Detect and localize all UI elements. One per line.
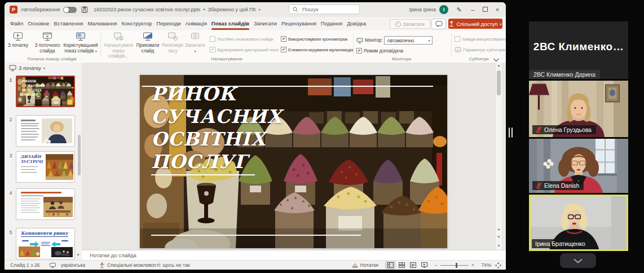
custom-slideshow-button[interactable]: Користувацький показ слайдів ▾: [63, 32, 98, 54]
thumb-number: 4: [8, 190, 14, 196]
tab-draw[interactable]: Малювання: [86, 17, 120, 30]
tab-insert[interactable]: Вставлення: [52, 17, 86, 30]
close-button[interactable]: ×: [491, 2, 504, 17]
hide-slide-button[interactable]: Приховати слайд: [135, 32, 160, 54]
powerpoint-logo-icon: P: [10, 6, 17, 14]
participant-name-label: Ірина Братищенко: [532, 239, 590, 248]
setup-slideshow-button[interactable]: Налаштувати показ слайдів...: [103, 32, 134, 59]
avatar[interactable]: І: [439, 5, 448, 14]
share-button[interactable]: Спільний доступ ▾: [448, 19, 502, 29]
title-bar: P Автозбереження 16032023 ринок сучасних…: [5, 2, 506, 17]
slide-canvas[interactable]: РИНОК СУЧАСНИХ ОСВІТНІХ ПОСЛУГ: [140, 75, 447, 248]
search-input[interactable]: [301, 6, 354, 13]
save-icon[interactable]: [81, 6, 88, 13]
notes-pane[interactable]: Нотатки до слайда: [82, 250, 506, 260]
tab-help[interactable]: Довідка: [345, 17, 368, 30]
slide-sorter-view-button[interactable]: [396, 261, 407, 269]
thumb-number: 1: [8, 77, 14, 83]
language-indicator[interactable]: українська: [61, 262, 85, 269]
participant-name-label: Олена Груздьова: [532, 125, 596, 134]
collapse-videos-button[interactable]: [560, 253, 596, 268]
checkbox-play-narrations[interactable]: ✔ Відтворювати дикторський текст: [210, 47, 279, 52]
from-current-slide-button[interactable]: З поточного слайда: [32, 32, 63, 54]
notes-toggle-button[interactable]: Нотатки: [352, 262, 378, 269]
zoom-slider-thumb[interactable]: [456, 263, 457, 268]
display-settings-icon[interactable]: [50, 263, 56, 268]
slide-thumbnail-3[interactable]: ДИЗАЙН ЗУСТРІЧІ: [16, 151, 75, 183]
slide-title[interactable]: РИНОК СУЧАСНИХ ОСВІТНІХ ПОСЛУГ: [151, 83, 282, 173]
thumbnail-scrollbar[interactable]: [78, 135, 81, 175]
record-button[interactable]: Записати: [390, 19, 430, 29]
scroll-up-icon[interactable]: ▲: [496, 64, 502, 67]
thumb-number: 3: [8, 153, 14, 158]
chevron-down-icon: ▾: [428, 38, 430, 42]
monitor-dropdown[interactable]: Автоматично▾: [384, 36, 433, 45]
tab-record[interactable]: Записати: [252, 17, 279, 30]
quick-from-start-button[interactable]: З початку ▾: [9, 65, 45, 71]
participant-headline: 2ВС Клименко…: [529, 41, 628, 53]
checkbox-always-subtitles[interactable]: Завжди використовувати субтитри: [455, 36, 506, 42]
participant-tile-3[interactable]: Elena Danish: [529, 139, 628, 193]
checkbox-presenter-view[interactable]: ✔ Режим доповідача: [356, 48, 403, 54]
arrow-left-icon: [51, 241, 60, 247]
scroll-down-icon[interactable]: ▼: [496, 244, 502, 248]
next-slide-button[interactable]: ▼: [496, 235, 502, 239]
pen-icon[interactable]: ✎: [453, 2, 465, 17]
comments-button[interactable]: [431, 19, 446, 29]
from-start-button[interactable]: З початку: [6, 32, 30, 49]
custom-slideshow-icon: [63, 32, 98, 42]
zoom-in-button[interactable]: +: [471, 262, 474, 269]
document-title[interactable]: 16032023 ринок сучасних освітніх послуг.…: [94, 2, 261, 17]
group-label-monitors: Монітори: [354, 56, 449, 61]
slideshow-view-button[interactable]: [419, 261, 429, 269]
status-bar: Слайд 1 з 26 українська Спеціальні можли…: [5, 260, 506, 270]
mic-muted-icon: [536, 126, 542, 133]
slide-thumbnail-1[interactable]: РИНОКСУЧАСНИХ ОСВІТНІХПОСЛУГ: [16, 76, 75, 107]
zoom-level[interactable]: 74%: [481, 262, 491, 269]
scrollbar-thumb[interactable]: [497, 71, 501, 95]
slide-thumbnail-4[interactable]: [16, 188, 75, 220]
checkbox-use-timings[interactable]: ✔ Використовувати хронометраж: [281, 36, 347, 42]
tab-review[interactable]: Рецензування: [279, 17, 319, 30]
search-box[interactable]: [289, 5, 360, 14]
participant-tile-1[interactable]: 2ВС Клименко… 2ВС Клименко Дарина: [529, 21, 628, 79]
record-icon: [395, 21, 401, 27]
tab-design[interactable]: Конструктор: [119, 17, 154, 30]
group-label-setup: Налаштування: [103, 56, 351, 61]
previous-slide-button[interactable]: ▲: [496, 227, 502, 231]
participant-tile-4-active-speaker[interactable]: Ірина Братищенко: [529, 195, 628, 251]
record-slideshow-button[interactable]: Записати ▾: [185, 32, 205, 54]
monitor-label: Монітор:: [365, 38, 382, 43]
normal-view-button[interactable]: [385, 261, 395, 269]
thumb2-photo: [42, 118, 72, 143]
tab-transitions[interactable]: Переходи: [155, 17, 183, 30]
checkbox-media-controls[interactable]: ✔ Елементи керування мультимедіа: [281, 47, 353, 52]
active-tab-underline: [211, 28, 249, 30]
tab-file[interactable]: Файл: [8, 17, 25, 30]
tab-animations[interactable]: Анімація: [183, 17, 209, 30]
zoom-out-button[interactable]: −: [434, 262, 437, 269]
video-call-panel: 2ВС Клименко… 2ВС Клименко Дарина Олена …: [506, 0, 644, 273]
comment-icon: [435, 21, 443, 28]
autosave-toggle[interactable]: [63, 7, 77, 13]
slide-thumbnail-5[interactable]: Компоненти ринку: [16, 228, 75, 259]
user-name: Ірина Ірина: [409, 2, 436, 17]
rehearse-timings-button[interactable]: Репетиція часу: [161, 32, 184, 54]
restore-button[interactable]: [479, 2, 491, 17]
zoom-slider-track[interactable]: [440, 265, 469, 266]
participant-tile-2[interactable]: Олена Груздьова: [529, 81, 628, 137]
menu-bar: Файл Основне Вставлення Малювання Констр…: [5, 17, 506, 30]
tab-view[interactable]: Подання: [319, 17, 345, 30]
tab-slideshow[interactable]: Показ слайдів: [209, 17, 252, 30]
scroll-down-icon[interactable]: ▼: [75, 253, 81, 257]
reading-view-button[interactable]: [408, 261, 418, 269]
checkbox-keep-slides-updated[interactable]: Постійно оновлювати слайди: [210, 36, 273, 42]
panel-resize-handle[interactable]: [509, 127, 513, 138]
tab-home[interactable]: Основне: [25, 17, 51, 30]
slide-thumbnail-2[interactable]: [16, 115, 75, 147]
subtitle-settings-button[interactable]: Параметри субтитрів ▾: [455, 47, 506, 52]
accessibility-status[interactable]: Спеціальні можливості: щось не так: [107, 262, 190, 269]
minimize-button[interactable]: –: [466, 2, 479, 17]
editor-scrollbar[interactable]: ▲ ▲ ▼ ▼: [495, 63, 502, 250]
fit-to-window-icon[interactable]: [495, 262, 501, 268]
